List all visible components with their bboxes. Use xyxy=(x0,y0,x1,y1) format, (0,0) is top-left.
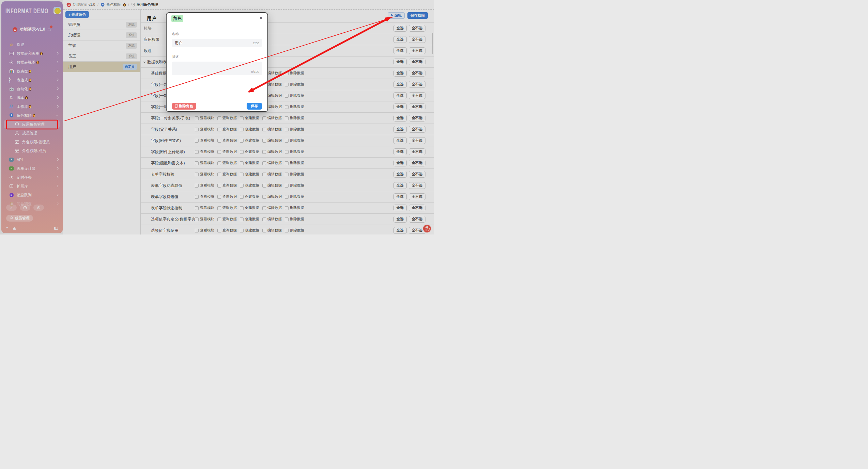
description-field[interactable]: 0/100 xyxy=(172,62,262,75)
name-counter: 2/50 xyxy=(253,41,260,45)
name-label: 名称 xyxy=(172,32,262,36)
dialog-footer: 删除角色 保存 xyxy=(167,101,267,111)
app-root: INFORMAT DEMO ω 功能演示-v1.0 ☺ 欢迎 数据表和表单 数据… xyxy=(0,0,434,234)
close-icon[interactable]: ✕ xyxy=(259,16,263,20)
trash-icon xyxy=(175,105,177,108)
name-value: 用户 xyxy=(175,41,182,46)
dialog-body: 名称 用户 2/50 描述 0/100 xyxy=(167,32,267,75)
description-counter: 0/100 xyxy=(251,70,259,74)
role-dialog: 角色 ✕ 名称 用户 2/50 描述 0/100 删除角色 保存 xyxy=(166,12,268,112)
save-button[interactable]: 保存 xyxy=(247,103,262,110)
delete-role-button[interactable]: 删除角色 xyxy=(172,103,196,110)
dialog-header: 角色 ✕ xyxy=(167,13,267,24)
description-label: 描述 xyxy=(172,54,262,59)
dialog-title: 角色 xyxy=(171,15,183,22)
name-field[interactable]: 用户 2/50 xyxy=(172,39,262,47)
